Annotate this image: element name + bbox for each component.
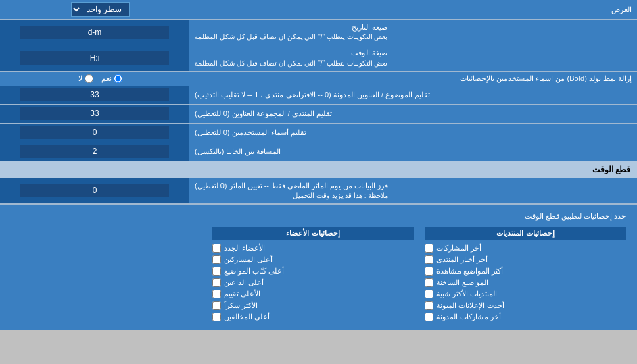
latest-participations-item: أخر مشاركات المدونة	[425, 311, 626, 323]
usernames-row: تقليم أسماء المستخدمين (0 للتعطيل)	[0, 124, 637, 142]
bold-remove-label: إزالة نمط بولد (Bold) من اسماء المستخدمي…	[195, 74, 632, 83]
checkboxes-area: حدد إحصائيات لتطبيق قطع الوقت إحصائيات ا…	[0, 204, 637, 330]
display-select-wrap[interactable]: سطر واحد سطرين ثلاثة أسطر	[5, 2, 195, 17]
cutoff-section-header: قطع الوقت	[0, 161, 637, 178]
most-viewed-checkbox[interactable]	[425, 267, 433, 276]
top-visitors-checkbox[interactable]	[212, 313, 221, 321]
date-format-input-wrap[interactable]	[0, 20, 189, 45]
bold-remove-radio-wrap: نعم لا	[5, 74, 195, 83]
bold-remove-row: إزالة نمط بولد (Bold) من اسماء المستخدمي…	[0, 72, 637, 86]
members-col-header: إحصائيات الأعضاء	[212, 227, 414, 240]
forum-titles-label: تقليم المنتدى / المجموعة العناوين (0 للت…	[189, 105, 637, 123]
date-format-input[interactable]	[20, 26, 169, 39]
cutoff-days-label: فرز البيانات من يوم الماثر الماضي فقط --…	[189, 178, 637, 203]
cutoff-days-row: فرز البيانات من يوم الماثر الماضي فقط --…	[0, 178, 637, 204]
top-rated-checkbox[interactable]	[212, 290, 221, 298]
cutoff-days-input-wrap[interactable]	[0, 178, 189, 203]
time-format-input[interactable]	[20, 51, 169, 65]
new-members-checkbox[interactable]	[212, 244, 221, 253]
display-label: العرض	[195, 5, 632, 14]
bold-radio-yes-label[interactable]: نعم	[101, 74, 122, 83]
top-threads-checkbox[interactable]	[212, 278, 221, 287]
forums-col-header: إحصائيات المنتديات	[425, 227, 626, 240]
latest-announcements-item: أحدث الإعلانات المبونة	[425, 300, 626, 311]
spacer-col	[5, 224, 207, 326]
topic-titles-label: تقليم الموضوع / العناوين المدونة (0 -- ا…	[189, 86, 637, 104]
most-thanked-item: الأكثر شكراً	[212, 300, 414, 311]
latest-news-checkbox[interactable]	[425, 255, 433, 264]
latest-news-item: أخر أخبار المنتدى	[425, 254, 626, 265]
topic-titles-row: تقليم الموضوع / العناوين المدونة (0 -- ا…	[0, 86, 637, 105]
time-format-label: صيغة الوقت بعض التكوينات يتطلب "/" التي …	[189, 45, 637, 70]
latest-announcements-checkbox[interactable]	[425, 301, 433, 310]
checkbox-col-forums: إحصائيات المنتديات أخر المشاركات أخر أخب…	[419, 224, 632, 326]
latest-posts-checkbox[interactable]	[425, 244, 433, 253]
forum-titles-input-wrap[interactable]	[0, 105, 189, 123]
forum-titles-row: تقليم المنتدى / المجموعة العناوين (0 للت…	[0, 105, 637, 124]
distance-input[interactable]	[20, 145, 169, 158]
checkboxes-grid: إحصائيات المنتديات أخر المشاركات أخر أخب…	[5, 224, 632, 326]
top-authors-checkbox[interactable]	[212, 267, 221, 276]
top-visitors-item: أعلى المخالفين	[212, 311, 414, 323]
top-authors-item: أعلى كتّاب المواضيع	[212, 265, 414, 277]
similar-forums-checkbox[interactable]	[425, 290, 433, 298]
bold-radio-no[interactable]	[85, 74, 93, 83]
top-posters-item: أعلى المشاركين	[212, 254, 414, 265]
distance-label: المسافة بين الخانيا (بالبكسل)	[189, 142, 637, 161]
latest-participations-checkbox[interactable]	[425, 313, 433, 321]
time-format-input-wrap[interactable]	[0, 45, 189, 70]
bold-radio-yes[interactable]	[114, 74, 122, 83]
usernames-label: تقليم أسماء المستخدمين (0 للتعطيل)	[189, 124, 637, 142]
display-row: العرض سطر واحد سطرين ثلاثة أسطر	[0, 0, 637, 20]
top-threads-item: أعلى الداعين	[212, 277, 414, 288]
recent-topics-item: المواضيع الساخنة	[425, 277, 626, 288]
cutoff-days-input[interactable]	[20, 184, 169, 197]
new-members-item: الأعضاء الجدد	[212, 242, 414, 254]
topic-titles-input-wrap[interactable]	[0, 86, 189, 104]
top-posters-checkbox[interactable]	[212, 255, 221, 264]
date-format-row: صيغة التاريخ بعض التكوينات يتطلب "/" الت…	[0, 20, 637, 45]
top-rated-item: الأعلى تقييم	[212, 288, 414, 300]
most-thanked-checkbox[interactable]	[212, 301, 221, 310]
latest-posts-item: أخر المشاركات	[425, 242, 626, 254]
display-select[interactable]: سطر واحد سطرين ثلاثة أسطر	[71, 2, 130, 17]
distance-input-wrap[interactable]	[0, 142, 189, 161]
usernames-input[interactable]	[20, 126, 169, 139]
forum-titles-input[interactable]	[20, 107, 169, 120]
limit-row: حدد إحصائيات لتطبيق قطع الوقت	[5, 209, 632, 224]
time-format-row: صيغة الوقت بعض التكوينات يتطلب "/" التي …	[0, 45, 637, 71]
checkbox-col-members: إحصائيات الأعضاء الأعضاء الجدد أعلى المش…	[207, 224, 419, 326]
topic-titles-input[interactable]	[20, 88, 169, 101]
most-viewed-item: أكثر المواضيع مشاهدة	[425, 265, 626, 277]
bold-radio-no-label[interactable]: لا	[78, 74, 93, 83]
distance-row: المسافة بين الخانيا (بالبكسل)	[0, 142, 637, 161]
usernames-input-wrap[interactable]	[0, 124, 189, 142]
similar-forums-item: المنتديات الأكثر شبية	[425, 288, 626, 300]
date-format-label: صيغة التاريخ بعض التكوينات يتطلب "/" الت…	[189, 20, 637, 45]
recent-topics-checkbox[interactable]	[425, 278, 433, 287]
